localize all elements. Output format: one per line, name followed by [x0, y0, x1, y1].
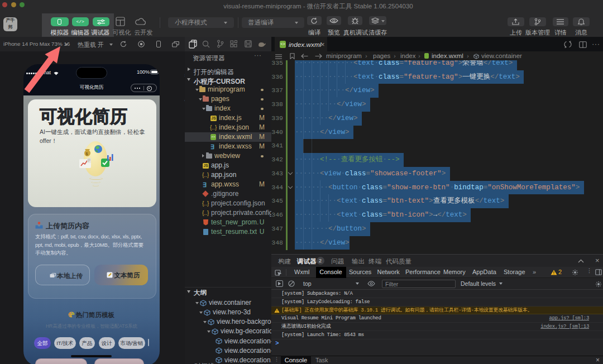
svg-text:$: $	[86, 152, 88, 156]
